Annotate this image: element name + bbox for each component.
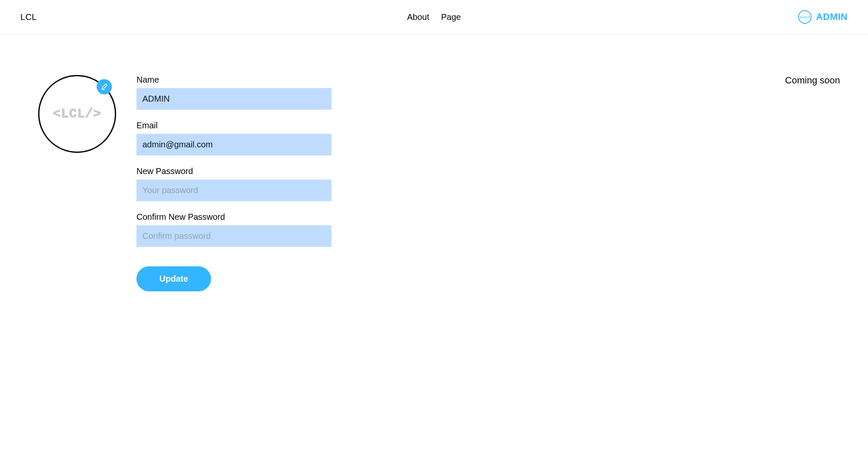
field-name: Name bbox=[136, 75, 331, 110]
main-content: <LCL/> Name Email New Password Confirm N… bbox=[0, 34, 868, 317]
nav-link-page[interactable]: Page bbox=[441, 12, 461, 22]
label-new-password: New Password bbox=[136, 166, 331, 176]
field-new-password: New Password bbox=[136, 166, 331, 201]
input-name[interactable] bbox=[136, 88, 331, 110]
input-new-password[interactable] bbox=[136, 180, 331, 201]
field-confirm-password: Confirm New Password bbox=[136, 212, 331, 247]
header: LCL About Page <LCL/> ADMIN bbox=[0, 0, 868, 34]
nav-link-about[interactable]: About bbox=[407, 12, 429, 22]
avatar-column: <LCL/> bbox=[38, 75, 116, 153]
avatar-logo-text: <LCL/> bbox=[53, 107, 101, 121]
brand-logo[interactable]: LCL bbox=[20, 12, 37, 22]
user-label: ADMIN bbox=[816, 11, 848, 22]
coming-soon-text: Coming soon bbox=[785, 75, 843, 86]
input-confirm-password[interactable] bbox=[136, 225, 331, 247]
profile-form: Name Email New Password Confirm New Pass… bbox=[136, 75, 331, 291]
field-email: Email bbox=[136, 121, 331, 155]
label-email: Email bbox=[136, 121, 331, 130]
label-name: Name bbox=[136, 75, 331, 85]
pencil-icon bbox=[100, 83, 108, 91]
nav-center: About Page bbox=[407, 12, 461, 22]
label-confirm-password: Confirm New Password bbox=[136, 212, 331, 222]
input-email[interactable] bbox=[136, 134, 331, 155]
avatar-mini-icon: <LCL/> bbox=[798, 10, 812, 24]
update-button[interactable]: Update bbox=[136, 266, 211, 291]
edit-avatar-button[interactable] bbox=[97, 79, 112, 94]
user-chip[interactable]: <LCL/> ADMIN bbox=[798, 10, 848, 24]
